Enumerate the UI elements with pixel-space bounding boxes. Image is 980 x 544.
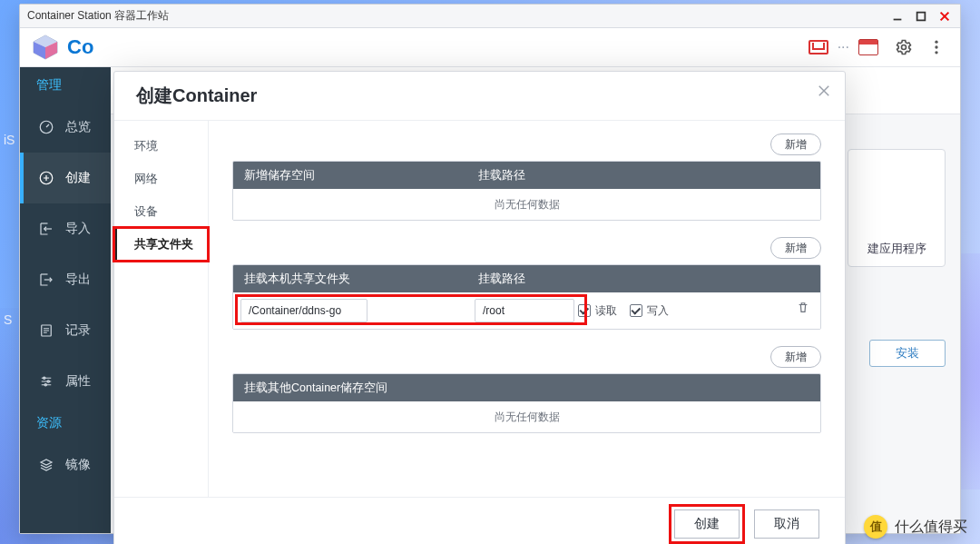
app-logo-icon bbox=[31, 33, 60, 62]
nav-label: 导出 bbox=[65, 272, 91, 288]
nav-item-import[interactable]: 导入 bbox=[20, 203, 111, 254]
nav-section-resources: 资源 bbox=[20, 407, 111, 440]
col-mount-path: 挂载路径 bbox=[467, 265, 820, 292]
modal-tab-env[interactable]: 环境 bbox=[114, 130, 208, 163]
nav-item-create[interactable]: 创建 bbox=[20, 153, 111, 203]
delete-row-button[interactable] bbox=[797, 302, 811, 316]
nav-label: 总览 bbox=[65, 119, 91, 135]
install-button[interactable]: 安装 bbox=[869, 340, 946, 367]
svg-point-11 bbox=[935, 51, 937, 54]
window-close-button[interactable] bbox=[935, 8, 955, 25]
watermark-badge: 值 bbox=[864, 515, 887, 539]
svg-point-10 bbox=[935, 45, 937, 48]
add-host-share-button[interactable]: 新增 bbox=[770, 237, 821, 259]
settings-gear-icon[interactable] bbox=[891, 35, 916, 60]
col-host-share: 挂载本机共享文件夹 bbox=[233, 265, 467, 292]
app-side-nav: 管理 总览 创建 导入 导出 记录 属性 bbox=[20, 67, 111, 533]
nav-item-images[interactable]: 镜像 bbox=[20, 440, 111, 490]
host-share-table: 挂载本机共享文件夹 挂载路径 bbox=[232, 264, 821, 330]
nav-label: 导入 bbox=[65, 221, 91, 237]
window-maximize-button[interactable] bbox=[911, 8, 931, 25]
nav-label: 镜像 bbox=[65, 457, 91, 473]
app-window: Container Station 容器工作站 Co ··· bbox=[19, 4, 961, 534]
sliders-icon bbox=[36, 371, 56, 391]
stack-icon bbox=[36, 455, 56, 475]
tile-label: 建应用程序 bbox=[867, 241, 926, 257]
table-header: 挂载其他Container储存空间 bbox=[233, 374, 820, 401]
cancel-button[interactable]: 取消 bbox=[754, 509, 819, 539]
table-header: 挂载本机共享文件夹 挂载路径 bbox=[233, 265, 820, 292]
modal-tab-device[interactable]: 设备 bbox=[114, 195, 208, 228]
table-row: 读取 写入 bbox=[233, 292, 820, 329]
window-title: Container Station 容器工作站 bbox=[27, 8, 169, 24]
col-new-storage: 新增储存空间 bbox=[233, 162, 467, 189]
modal-footer: 创建 取消 bbox=[114, 497, 845, 544]
document-lines-icon bbox=[36, 321, 56, 341]
add-other-storage-button[interactable]: 新增 bbox=[770, 346, 821, 368]
col-mount-path: 挂载路径 bbox=[467, 162, 820, 189]
modal-tab-network[interactable]: 网络 bbox=[114, 163, 208, 195]
read-label: 读取 bbox=[595, 303, 617, 319]
gauge-icon bbox=[36, 117, 56, 137]
read-checkbox[interactable]: 读取 bbox=[578, 303, 617, 319]
nav-label: 属性 bbox=[65, 373, 91, 390]
modal-main: 新增 新增储存空间 挂载路径 尚无任何数据 新增 bbox=[209, 121, 845, 497]
import-icon bbox=[36, 219, 56, 239]
modal-tab-shared-folders[interactable]: 共享文件夹 bbox=[114, 228, 208, 261]
watermark: 值 什么值得买 bbox=[864, 515, 967, 539]
svg-point-9 bbox=[935, 41, 937, 44]
create-button[interactable]: 创建 bbox=[674, 509, 740, 539]
other-container-storage-table: 挂载其他Container储存空间 尚无任何数据 bbox=[232, 373, 821, 433]
export-icon bbox=[36, 270, 56, 290]
nav-label: 创建 bbox=[65, 170, 91, 186]
nav-item-logs[interactable]: 记录 bbox=[20, 305, 111, 356]
nav-label: 记录 bbox=[65, 322, 91, 339]
recommended-app-tile[interactable]: 建应用程序 bbox=[848, 149, 946, 267]
window-minimize-button[interactable] bbox=[887, 8, 907, 25]
modal-title: 创建Container bbox=[136, 84, 257, 108]
calendar-icon[interactable] bbox=[858, 39, 878, 55]
svg-rect-1 bbox=[917, 12, 926, 20]
watermark-text: 什么值得买 bbox=[895, 518, 967, 537]
host-path-input[interactable] bbox=[240, 299, 368, 322]
nav-item-properties[interactable]: 属性 bbox=[20, 356, 111, 407]
svg-point-8 bbox=[902, 45, 906, 50]
add-new-storage-button[interactable]: 新增 bbox=[770, 134, 821, 155]
install-label: 安装 bbox=[896, 345, 919, 361]
checkbox-icon bbox=[578, 304, 591, 317]
nav-section-manage: 管理 bbox=[20, 69, 111, 102]
modal-tab-list: 环境 网络 设备 共享文件夹 bbox=[114, 121, 209, 497]
modal-header: 创建Container bbox=[114, 72, 845, 121]
app-name-fragment: Co bbox=[67, 35, 93, 59]
write-checkbox[interactable]: 写入 bbox=[630, 303, 669, 319]
mount-path-input[interactable] bbox=[475, 299, 574, 322]
checkbox-icon bbox=[630, 304, 642, 317]
notification-tray: ··· bbox=[808, 39, 878, 55]
mail-icon[interactable] bbox=[808, 40, 828, 54]
more-menu-icon[interactable] bbox=[924, 35, 949, 60]
table-header: 新增储存空间 挂载路径 bbox=[233, 162, 820, 189]
write-label: 写入 bbox=[647, 303, 669, 319]
create-container-modal: 创建Container 环境 网络 设备 共享文件夹 bbox=[113, 71, 846, 544]
window-titlebar: Container Station 容器工作站 bbox=[20, 5, 960, 28]
nav-item-overview[interactable]: 总览 bbox=[20, 102, 111, 153]
empty-row: 尚无任何数据 bbox=[233, 189, 820, 220]
plus-circle-icon bbox=[36, 168, 56, 188]
nav-item-export[interactable]: 导出 bbox=[20, 254, 111, 305]
app-chrome-bar: Co ··· bbox=[20, 28, 960, 67]
empty-row: 尚无任何数据 bbox=[233, 401, 820, 432]
modal-close-button[interactable] bbox=[814, 81, 834, 101]
new-storage-table: 新增储存空间 挂载路径 尚无任何数据 bbox=[232, 161, 821, 221]
col-other-storage: 挂载其他Container储存空间 bbox=[233, 374, 820, 401]
